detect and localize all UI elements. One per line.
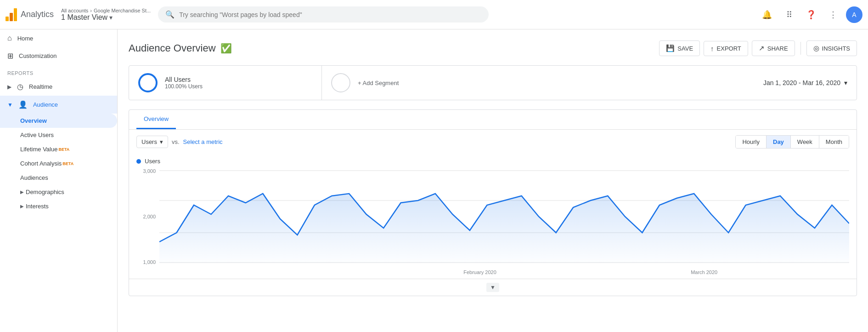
header-icons: 🔔 ⠿ ❓ ⋮ A: [758, 6, 862, 24]
x-axis: February 2020 March 2020: [159, 266, 849, 279]
demographics-chevron-icon: ▶: [20, 189, 24, 195]
view-selector[interactable]: 1 Master View ▾: [61, 13, 151, 22]
sidebar-item-customization[interactable]: ⊞ Customization: [0, 47, 117, 65]
cohort-analysis-label: Cohort Analysis: [20, 160, 62, 167]
account-area: All accounts › Google Merchandise St... …: [61, 8, 151, 22]
logo-area: Analytics: [6, 8, 54, 21]
date-range-dropdown-icon: ▾: [844, 79, 847, 86]
more-button[interactable]: ⋮: [824, 6, 842, 24]
sidebar-sub-item-lifetime-value[interactable]: Lifetime Value BETA: [0, 142, 117, 156]
sidebar-sub-item-overview[interactable]: Overview: [0, 114, 117, 128]
add-segment-card[interactable]: + Add Segment: [322, 66, 515, 100]
chart-legend: Users: [136, 158, 849, 165]
cohort-analysis-beta-badge: BETA: [62, 161, 73, 166]
date-range-selector[interactable]: Jan 1, 2020 - Mar 16, 2020 ▾: [754, 66, 857, 100]
sidebar: ⌂ Home ⊞ Customization REPORTS ▶ ◷ Realt…: [0, 29, 118, 332]
chart-container: 3,000 2,000 1,000: [136, 168, 849, 279]
insights-icon: ◎: [813, 44, 819, 52]
metric-dropdown[interactable]: Users ▾: [136, 136, 168, 148]
vs-text: vs.: [172, 138, 180, 145]
interests-label: Interests: [26, 203, 49, 210]
x-label-mar: March 2020: [691, 269, 717, 275]
time-btn-day[interactable]: Day: [767, 136, 791, 148]
sidebar-item-audience-label: Audience: [33, 101, 58, 108]
grid-icon: ⊞: [7, 52, 13, 60]
y-label-1000: 1,000: [143, 259, 156, 265]
y-label-2000: 2,000: [143, 214, 156, 219]
legend-label: Users: [145, 158, 160, 165]
lifetime-value-label: Lifetime Value: [20, 146, 57, 153]
sidebar-sub-item-audiences[interactable]: Audiences: [0, 171, 117, 185]
chart-tabs: Overview: [129, 110, 857, 130]
sidebar-item-realtime[interactable]: ▶ ◷ Realtime: [0, 78, 117, 96]
search-input[interactable]: [179, 11, 481, 18]
more-icon: ⋮: [829, 10, 837, 20]
sidebar-item-home[interactable]: ⌂ Home: [0, 29, 117, 47]
insights-button[interactable]: ◎ INSIGHTS: [806, 40, 857, 56]
legend-dot: [136, 159, 141, 164]
y-axis: 3,000 2,000 1,000: [136, 168, 159, 265]
clock-icon: ◷: [17, 82, 23, 91]
chart-area: Users 3,000 2,000 1,000: [129, 154, 857, 279]
y-label-3000: 3,000: [143, 168, 156, 174]
verified-icon: ✅: [220, 43, 232, 54]
search-icon: 🔍: [165, 10, 175, 19]
share-icon: ↗: [759, 44, 765, 52]
export-button[interactable]: ↑ EXPORT: [704, 41, 748, 56]
help-button[interactable]: ❓: [802, 6, 820, 24]
segment-name: All Users: [165, 76, 203, 83]
main-content: Audience Overview ✅ 💾 SAVE ↑ EXPORT ↗ SH…: [118, 29, 868, 332]
add-segment-label: + Add Segment: [358, 80, 399, 86]
save-button[interactable]: 💾 SAVE: [659, 40, 700, 56]
metric-selector: Users ▾ vs. Select a metric: [136, 136, 223, 148]
segment-info: All Users 100.00% Users: [165, 76, 203, 90]
reports-section-label: REPORTS: [0, 65, 117, 78]
line-chart-svg: [159, 168, 849, 265]
sidebar-item-audience[interactable]: ▼ 👤 Audience: [0, 96, 117, 114]
chart-controls: Users ▾ vs. Select a metric Hourly Day W…: [129, 130, 857, 154]
page-title-area: Audience Overview ✅: [129, 42, 232, 54]
person-icon: 👤: [18, 100, 28, 109]
time-btn-week[interactable]: Week: [791, 136, 819, 148]
apps-button[interactable]: ⠿: [780, 6, 798, 24]
sidebar-sub-item-demographics[interactable]: ▶ Demographics: [0, 185, 117, 199]
chevron-right-icon: ▶: [7, 84, 11, 90]
export-icon: ↑: [710, 45, 714, 52]
logo-icon: [6, 8, 17, 21]
segments-row: All Users 100.00% Users + Add Segment Ja…: [129, 65, 857, 100]
apps-icon: ⠿: [786, 10, 792, 20]
time-btn-hourly[interactable]: Hourly: [736, 136, 767, 148]
segment-all-users[interactable]: All Users 100.00% Users: [129, 66, 322, 100]
overview-label: Overview: [20, 117, 47, 124]
share-button[interactable]: ↗ SHARE: [752, 40, 795, 56]
lifetime-value-beta-badge: BETA: [58, 147, 69, 152]
search-bar[interactable]: 🔍: [158, 6, 489, 23]
main-layout: ⌂ Home ⊞ Customization REPORTS ▶ ◷ Realt…: [0, 29, 868, 332]
svg-marker-4: [159, 194, 849, 263]
app-title: Analytics: [21, 10, 54, 19]
demographics-label: Demographics: [26, 189, 64, 195]
action-buttons: 💾 SAVE ↑ EXPORT ↗ SHARE ◎ INSIGHTS: [659, 40, 857, 56]
logo-bar-3: [14, 8, 17, 21]
page-header: Audience Overview ✅ 💾 SAVE ↑ EXPORT ↗ SH…: [129, 40, 857, 56]
bell-icon: 🔔: [762, 10, 772, 20]
chart-section: Overview Users ▾ vs. Select a metric Hou…: [129, 109, 857, 296]
top-header: Analytics All accounts › Google Merchand…: [0, 0, 868, 29]
view-dropdown-icon: ▾: [109, 14, 113, 21]
sidebar-item-home-label: Home: [17, 35, 34, 42]
time-btn-month[interactable]: Month: [819, 136, 849, 148]
chart-bottom-nav: ▼: [129, 279, 857, 296]
page-title: Audience Overview: [129, 42, 216, 54]
avatar[interactable]: A: [846, 6, 862, 23]
sidebar-sub-item-interests[interactable]: ▶ Interests: [0, 199, 117, 213]
metric-label: Users: [141, 138, 157, 145]
select-metric-link[interactable]: Select a metric: [183, 138, 223, 145]
sidebar-sub-item-cohort-analysis[interactable]: Cohort Analysis BETA: [0, 156, 117, 171]
tab-overview[interactable]: Overview: [136, 110, 176, 129]
active-users-label: Active Users: [20, 132, 54, 138]
scroll-nav-arrow[interactable]: ▼: [486, 283, 499, 292]
x-label-feb: February 2020: [463, 269, 496, 275]
chevron-down-icon: ▼: [7, 102, 13, 108]
sidebar-sub-item-active-users[interactable]: Active Users: [0, 128, 117, 142]
notifications-button[interactable]: 🔔: [758, 6, 776, 24]
